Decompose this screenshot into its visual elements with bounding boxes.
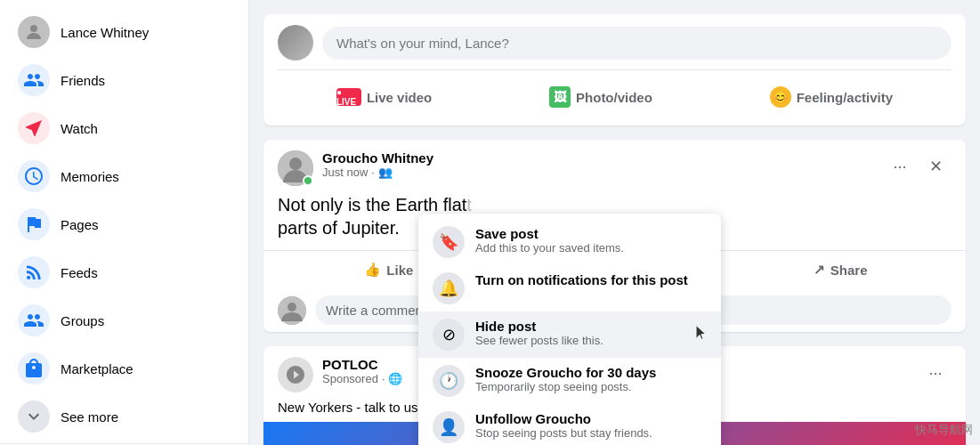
sidebar-pages-label: Pages bbox=[61, 217, 99, 232]
menu-item-unfollow[interactable]: 👤 Unfollow Groucho Stop seeing posts but… bbox=[418, 404, 721, 445]
composer-input[interactable] bbox=[322, 27, 952, 60]
hide-post-icon: ⊘ bbox=[433, 319, 465, 351]
post-header: Groucho Whitney Just now · 👥 ··· ✕ bbox=[263, 140, 966, 193]
comment-avatar bbox=[278, 296, 306, 325]
sponsored-menu-button[interactable]: ··· bbox=[919, 357, 952, 389]
memories-icon bbox=[18, 160, 50, 192]
notifications-title: Turn on notifications for this post bbox=[475, 272, 707, 287]
save-post-subtitle: Add this to your saved items. bbox=[475, 241, 707, 255]
save-post-title: Save post bbox=[475, 226, 707, 241]
composer-actions: ● LIVE Live video 🖼 Photo/video 😊 Feelin… bbox=[278, 69, 952, 115]
menu-item-notifications[interactable]: 🔔 Turn on notifications for this post bbox=[418, 265, 721, 312]
hide-post-title: Hide post bbox=[475, 319, 707, 334]
post-avatar bbox=[278, 150, 313, 186]
unfollow-text: Unfollow Groucho Stop seeing posts but s… bbox=[475, 411, 707, 440]
like-icon: 👍 bbox=[364, 262, 381, 278]
live-icon-text: ● LIVE bbox=[336, 87, 361, 107]
feeds-icon bbox=[18, 256, 50, 288]
post-text-overflow: t bbox=[466, 195, 472, 214]
sidebar-user-label: Lance Whitney bbox=[61, 25, 149, 40]
unfollow-title: Unfollow Groucho bbox=[475, 411, 707, 426]
snooze-title: Snooze Groucho for 30 days bbox=[475, 365, 707, 380]
feeling-label: Feeling/activity bbox=[797, 90, 893, 105]
menu-item-snooze[interactable]: 🕐 Snooze Groucho for 30 days Temporarily… bbox=[418, 358, 721, 404]
audience-icon: · bbox=[371, 166, 375, 179]
snooze-icon: 🕐 bbox=[433, 365, 465, 397]
watermark: 快马导航网 bbox=[915, 422, 973, 438]
post-menu-button[interactable]: ··· bbox=[884, 150, 916, 182]
post-composer: ● LIVE Live video 🖼 Photo/video 😊 Feelin… bbox=[263, 14, 966, 125]
unfollow-subtitle: Stop seeing posts but stay friends. bbox=[475, 426, 707, 440]
sidebar-feeds-label: Feeds bbox=[61, 265, 98, 280]
snooze-text: Snooze Groucho for 30 days Temporarily s… bbox=[475, 365, 707, 393]
unfollow-icon: 👤 bbox=[433, 411, 465, 443]
share-label: Share bbox=[830, 263, 868, 278]
notifications-icon: 🔔 bbox=[433, 272, 465, 304]
sidebar-groups-label: Groups bbox=[61, 313, 104, 328]
photo-video-label: Photo/video bbox=[576, 90, 652, 105]
svg-point-0 bbox=[30, 25, 37, 32]
photo-video-button[interactable]: 🖼 Photo/video bbox=[535, 79, 667, 115]
post-author-name: Groucho Whitney bbox=[322, 150, 875, 166]
svg-point-4 bbox=[288, 303, 296, 312]
friends-icon bbox=[18, 64, 50, 96]
marketplace-icon bbox=[18, 352, 50, 384]
share-icon: ↗ bbox=[814, 262, 825, 278]
post-text-content: Not only is the Earth flat bbox=[278, 195, 466, 214]
like-label: Like bbox=[386, 263, 413, 278]
notifications-text: Turn on notifications for this post bbox=[475, 272, 707, 287]
composer-top bbox=[278, 25, 952, 61]
sidebar-item-watch[interactable]: Watch bbox=[7, 105, 241, 151]
menu-item-hide-post[interactable]: ⊘ Hide post See fewer posts like this. bbox=[418, 312, 721, 358]
sidebar-item-groups[interactable]: Groups bbox=[7, 297, 241, 344]
post-time: Just now · 👥 bbox=[322, 166, 875, 179]
sidebar-watch-label: Watch bbox=[61, 121, 98, 136]
post-text-line2: parts of Jupiter. bbox=[278, 218, 400, 238]
sidebar-marketplace-label: Marketplace bbox=[61, 361, 134, 376]
sidebar: Lance Whitney Friends Watch Memories Pag… bbox=[0, 0, 249, 445]
user-avatar bbox=[18, 16, 50, 48]
sidebar-friends-label: Friends bbox=[61, 73, 105, 88]
menu-item-save-post[interactable]: 🔖 Save post Add this to your saved items… bbox=[418, 219, 721, 265]
live-icon: ● LIVE bbox=[336, 88, 361, 106]
sponsored-globe-icon: · 🌐 bbox=[382, 372, 402, 385]
post-actions-top: ··· ✕ bbox=[884, 150, 952, 182]
sidebar-item-see-more[interactable]: See more bbox=[7, 393, 241, 440]
main-content: ● LIVE Live video 🖼 Photo/video 😊 Feelin… bbox=[249, 0, 980, 445]
sidebar-item-user[interactable]: Lance Whitney bbox=[7, 9, 241, 55]
sidebar-item-marketplace[interactable]: Marketplace bbox=[7, 345, 241, 392]
share-button[interactable]: ↗ Share bbox=[729, 255, 952, 285]
online-indicator bbox=[303, 175, 313, 186]
snooze-subtitle: Temporarily stop seeing posts. bbox=[475, 380, 707, 393]
sponsored-avatar bbox=[278, 357, 313, 392]
sidebar-item-friends[interactable]: Friends bbox=[7, 57, 241, 103]
sidebar-see-more-label: See more bbox=[61, 409, 118, 425]
live-video-label: Live video bbox=[367, 90, 432, 105]
pages-icon bbox=[18, 208, 50, 240]
feeling-button[interactable]: 😊 Feeling/activity bbox=[756, 79, 907, 115]
see-more-icon bbox=[18, 400, 50, 433]
save-post-icon: 🔖 bbox=[433, 226, 465, 258]
hide-post-subtitle: See fewer posts like this. bbox=[475, 334, 707, 347]
svg-point-2 bbox=[289, 158, 302, 170]
save-post-text: Save post Add this to your saved items. bbox=[475, 226, 707, 255]
sidebar-item-feeds[interactable]: Feeds bbox=[7, 249, 241, 295]
sidebar-item-pages[interactable]: Pages bbox=[7, 201, 241, 247]
watch-icon bbox=[18, 112, 50, 144]
sidebar-divider bbox=[0, 443, 248, 444]
live-video-button[interactable]: ● LIVE Live video bbox=[322, 79, 446, 115]
post-close-button[interactable]: ✕ bbox=[919, 150, 952, 182]
photo-icon: 🖼 bbox=[549, 86, 571, 108]
dropdown-menu: 🔖 Save post Add this to your saved items… bbox=[418, 214, 721, 445]
hide-post-text: Hide post See fewer posts like this. bbox=[475, 319, 707, 347]
post-meta: Groucho Whitney Just now · 👥 bbox=[322, 150, 875, 179]
groups-icon bbox=[18, 304, 50, 336]
audience-people-icon: 👥 bbox=[378, 166, 393, 179]
sidebar-memories-label: Memories bbox=[61, 169, 119, 184]
sidebar-item-memories[interactable]: Memories bbox=[7, 153, 241, 199]
composer-avatar bbox=[278, 25, 313, 61]
feeling-icon: 😊 bbox=[770, 86, 791, 108]
cursor-indicator bbox=[694, 324, 710, 346]
